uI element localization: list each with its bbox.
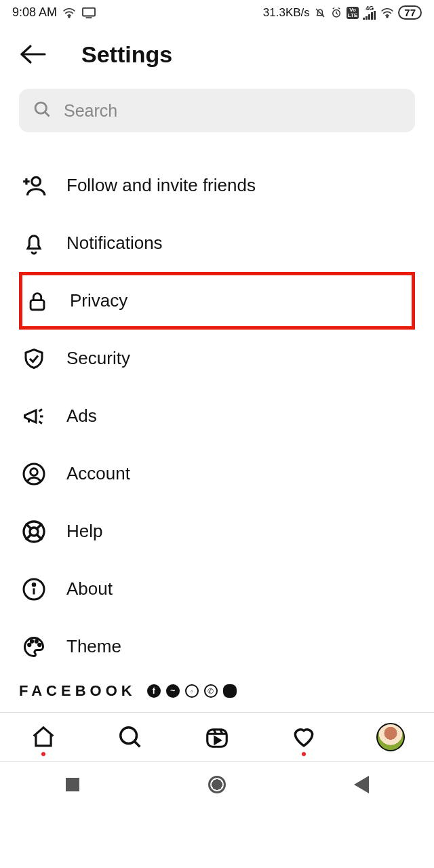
- app-tabbar: [0, 712, 434, 761]
- wifi2-icon: [380, 7, 394, 18]
- user-circle-icon: [20, 460, 47, 488]
- svg-point-34: [35, 640, 37, 642]
- whatsapp-icon: ✆: [204, 684, 218, 698]
- item-security[interactable]: Security: [19, 330, 415, 387]
- back-button[interactable]: [19, 40, 47, 68]
- avatar: [376, 723, 405, 751]
- item-theme[interactable]: Theme: [19, 618, 415, 675]
- svg-point-10: [387, 16, 388, 17]
- signal-icon: 4G: [363, 6, 376, 20]
- status-left: 9:08 AM: [12, 5, 96, 20]
- status-bar: 9:08 AM 31.3KB/s VoLTE 4G 77: [0, 0, 434, 22]
- item-account[interactable]: Account: [19, 445, 415, 502]
- status-right: 31.3KB/s VoLTE 4G 77: [263, 5, 422, 20]
- item-label: Theme: [66, 636, 121, 657]
- alarm-icon: [330, 7, 342, 19]
- page-title: Settings: [81, 41, 172, 68]
- svg-point-33: [31, 640, 33, 642]
- item-help[interactable]: Help: [19, 502, 415, 560]
- item-label: Account: [66, 463, 130, 484]
- svg-rect-7: [368, 14, 370, 20]
- settings-list: Follow and invite friends Notifications …: [0, 132, 434, 682]
- item-follow-invite[interactable]: Follow and invite friends: [19, 157, 415, 214]
- item-label: Follow and invite friends: [66, 175, 256, 196]
- sys-recents[interactable]: [62, 774, 83, 795]
- add-user-icon: [20, 172, 47, 199]
- svg-rect-5: [363, 18, 365, 20]
- svg-point-0: [68, 16, 70, 17]
- search-icon: [33, 100, 52, 121]
- item-label: Ads: [66, 406, 97, 427]
- svg-rect-1: [83, 7, 95, 16]
- tab-search[interactable]: [115, 722, 145, 752]
- item-privacy[interactable]: Privacy: [19, 272, 415, 330]
- tab-home[interactable]: [28, 722, 58, 752]
- item-label: Help: [66, 521, 102, 542]
- facebook-family-row: FACEBOOK f ~ ◦ ✆: [0, 682, 434, 712]
- battery-level: 77: [398, 5, 422, 20]
- lock-icon: [24, 288, 51, 315]
- megaphone-icon: [20, 403, 47, 430]
- system-navbar: [0, 761, 434, 807]
- shield-icon: [20, 345, 47, 372]
- svg-line-13: [45, 112, 49, 116]
- messenger-icon: ~: [166, 684, 180, 698]
- status-time: 9:08 AM: [12, 5, 57, 20]
- cast-icon: [81, 7, 96, 19]
- wifi-icon: [62, 7, 76, 18]
- svg-marker-39: [215, 737, 220, 744]
- search-box[interactable]: [19, 89, 415, 132]
- svg-line-18: [39, 409, 43, 411]
- facebook-icons: f ~ ◦ ✆: [147, 684, 237, 698]
- lifebuoy-icon: [20, 518, 47, 545]
- search-input[interactable]: [64, 101, 401, 121]
- svg-point-24: [30, 528, 38, 536]
- instagram-icon: ◦: [185, 684, 199, 698]
- tab-profile[interactable]: [376, 722, 406, 752]
- svg-point-14: [32, 177, 41, 186]
- info-icon: [20, 576, 47, 603]
- item-about[interactable]: About: [19, 560, 415, 618]
- svg-rect-8: [371, 12, 373, 20]
- item-ads[interactable]: Ads: [19, 387, 415, 445]
- svg-rect-17: [31, 300, 44, 309]
- item-label: Security: [66, 348, 130, 369]
- volte-icon: VoLTE: [347, 7, 359, 19]
- facebook-icon: f: [147, 684, 161, 698]
- sys-home[interactable]: [207, 774, 227, 795]
- svg-point-35: [39, 644, 41, 646]
- svg-rect-9: [374, 11, 376, 20]
- sys-back[interactable]: [351, 774, 372, 795]
- item-label: Notifications: [66, 233, 163, 254]
- status-kbps: 31.3KB/s: [263, 6, 310, 20]
- svg-point-32: [28, 644, 31, 646]
- svg-line-20: [39, 421, 43, 423]
- facebook-word: FACEBOOK: [19, 682, 136, 700]
- page-header: Settings: [0, 22, 434, 89]
- item-label: About: [66, 578, 113, 599]
- item-label: Privacy: [70, 290, 127, 311]
- oculus-icon: [223, 684, 237, 698]
- svg-point-12: [35, 102, 46, 113]
- svg-rect-6: [366, 16, 368, 20]
- svg-point-31: [33, 583, 35, 586]
- bell-icon: [20, 230, 47, 257]
- search-container: [0, 89, 434, 132]
- palette-icon: [20, 633, 47, 660]
- item-notifications[interactable]: Notifications: [19, 214, 415, 272]
- svg-line-37: [134, 741, 140, 747]
- tab-activity[interactable]: [289, 722, 319, 752]
- svg-point-22: [31, 468, 38, 475]
- tab-reels[interactable]: [202, 722, 232, 752]
- svg-point-36: [121, 727, 137, 743]
- bell-off-icon: [314, 7, 326, 19]
